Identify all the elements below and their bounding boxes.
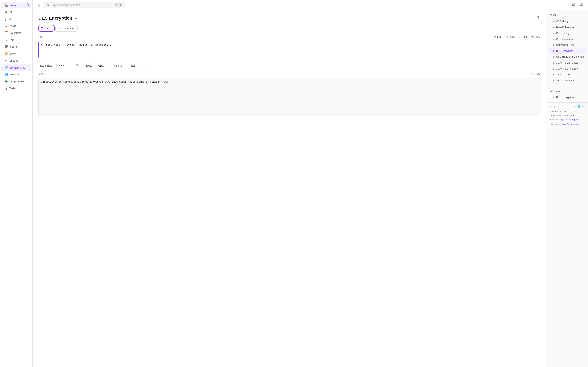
sidebar-item-yaml[interactable]: ≡ YAML (1, 23, 31, 29)
passphrase-input[interactable] (59, 64, 75, 67)
feedback-url[interactable]: https://github.com/... (561, 123, 581, 125)
sidebar-item-color[interactable]: 🎨 Color (1, 50, 31, 57)
sidebar-item-cryptography[interactable]: 🔗 Cryptography (1, 64, 31, 71)
right-panel-item-des-decryption[interactable]: ⊕ DES Decryption (548, 94, 587, 100)
svg-rect-9 (506, 36, 507, 36)
output-textarea[interactable]: U2FsdGVkX1+FZGwtqsxruC08DZIxRnU8TZ1XQSbM… (38, 78, 541, 117)
sidebar-label-text: Text (9, 38, 14, 42)
version-feedback-row: Feedback: https://github.com/... (550, 122, 586, 126)
programming-icon: 💻 (4, 80, 8, 83)
sidebar-toggle[interactable]: ⟨⟩ (26, 3, 29, 7)
settings-icon[interactable]: ⚙ (575, 105, 577, 108)
right-panel-item-cron-expression[interactable]: ⊕ Cron Expression (548, 36, 587, 42)
output-copy-button[interactable]: Copy (530, 72, 541, 76)
right-panel-item-css-minify[interactable]: ⊕ CSS Minify (548, 18, 587, 24)
passphrase-toggle-visibility[interactable] (76, 64, 79, 67)
tab-text[interactable]: Ꚍ Ti text (38, 25, 54, 32)
globe-icon[interactable]: 🌐 (578, 105, 581, 108)
padding-select-wrap[interactable]: Pkcs7 ZeroPadding NoPadding Iso97971 Ans… (127, 63, 150, 69)
page-title: DES Encryption (38, 16, 72, 21)
paste-button[interactable]: Paste (504, 35, 516, 39)
search-bar[interactable]: 🔍 Type keywords to search... ⌘ + K (44, 2, 125, 8)
right-panel-item-des-encryption[interactable]: ⊕ DES Encryption (548, 48, 587, 54)
svg-line-3 (573, 5, 574, 6)
network-icon: 🌐 (4, 73, 8, 76)
right-panel-all-section: ⊞ All ▾ ⊕ CSS Minify ⊕ Base91 Decode ⊕ C… (547, 10, 588, 86)
content-area: DES Encryption ★ Ꚍ Ti text 📄 document (33, 10, 588, 367)
tool-icon-base91: ⊕ (553, 26, 554, 29)
svg-point-5 (581, 4, 582, 5)
version-number: 1.0.1 (552, 105, 558, 108)
right-panel-item-sha3[interactable]: ⊕ SHA3_256 Hash (548, 78, 587, 83)
svg-point-1 (572, 4, 573, 5)
sidebar-item-text[interactable]: Ꚍ Text (1, 36, 31, 43)
tool-label-css-prettify: CSS Prettify (556, 32, 570, 35)
read-file-button[interactable]: Read file (487, 35, 503, 39)
tool-icon-des: ⊕ (553, 50, 554, 52)
svg-line-4 (573, 4, 574, 5)
input-textarea[interactable]: A Free, Modern Toolbox, Built for Develo… (38, 41, 541, 59)
tool-label-cron: Cron Expression (556, 38, 574, 41)
version-footer: ℹ 1.0.1 ⚙ 🌐 ✓ ▾ DES Encryption Published… (547, 103, 588, 129)
tool-label-css-transform: CSS Transform Generator (556, 55, 585, 58)
right-panel-item-json-dart[interactable]: ⊕ JSON To Dart Class (548, 60, 587, 66)
mode-select-wrap[interactable]: CBC ECB CFB OFB CTR (95, 63, 109, 69)
padding-select[interactable]: Pkcs7 ZeroPadding NoPadding Iso97971 Ans… (129, 64, 148, 67)
user-button[interactable] (578, 2, 585, 8)
web-icon: 🕸 (4, 87, 8, 90)
topbar-right (570, 2, 585, 8)
right-panel-all-header[interactable]: ⊞ All ▾ (547, 12, 588, 18)
sidebar-item-json[interactable]: { } JSON (1, 16, 31, 22)
sidebar-item-web[interactable]: 🕸 Web (1, 85, 31, 92)
right-panel-item-css-transform[interactable]: ⊕ CSS Transform Generator (548, 54, 587, 60)
sidebar-item-datetime[interactable]: 📅 Date/Time (1, 30, 31, 36)
share-button[interactable] (570, 2, 577, 8)
input-copy-button[interactable]: Copy (530, 35, 541, 39)
right-panel-related-section: 🔗 Related Tools ▾ ⊕ DES Decryption (547, 86, 588, 103)
right-panel-item-base91-decode[interactable]: ⊕ Base91 Decode (548, 25, 587, 30)
svg-point-2 (574, 6, 575, 6)
tab-document-icon: 📄 (58, 27, 62, 30)
read-file-label: Read file (492, 35, 502, 38)
panel-toggle-button[interactable] (535, 15, 541, 21)
svg-point-0 (574, 3, 575, 4)
main-wrapper: 🏠 🔍 Type keywords to search... ⌘ + K (33, 0, 588, 367)
sidebar-label-color: Color (9, 52, 16, 55)
version-row: ℹ 1.0.1 ⚙ 🌐 ✓ ▾ (550, 105, 586, 108)
sidebar-item-programming[interactable]: 💻 Programming (1, 78, 31, 85)
version-tool-link-row: Tool Link: https://t.he3app.co... (550, 118, 586, 122)
clear-button[interactable]: Clear (517, 35, 529, 39)
chevron-version-icon[interactable]: ▾ (584, 105, 586, 108)
tool-icon-json-php: ⊕ (553, 73, 554, 76)
sidebar-item-all[interactable]: ▦ All (1, 9, 31, 15)
right-panel-item-json-cpp[interactable]: ⊕ JSON To C++ Struct (548, 66, 587, 72)
tool-label-json-cpp: JSON To C++ Struct (556, 67, 579, 70)
info-icon: ℹ (550, 105, 551, 108)
tabs: Ꚍ Ti text 📄 document (38, 25, 541, 32)
right-panel-item-countdown-timer[interactable]: ⊕ Countdown Timer (548, 42, 587, 48)
passphrase-input-wrap (56, 63, 81, 69)
text-icon: Ꚍ (4, 38, 8, 42)
tool-label-base91: Base91 Decode (556, 26, 573, 29)
favorite-button[interactable]: ★ (74, 16, 78, 20)
all-icon: ▦ (4, 10, 8, 14)
search-icon: 🔍 (46, 3, 50, 7)
right-panel-related-header[interactable]: 🔗 Related Tools ▾ (547, 88, 588, 94)
home-button[interactable]: 🏠 (36, 2, 42, 8)
all-chevron-icon: ▾ (584, 14, 586, 17)
output-label: output (38, 73, 45, 75)
sidebar-item-image[interactable]: 🖼 Image (1, 43, 31, 50)
related-chevron-icon: ▾ (584, 90, 586, 92)
yaml-icon: ≡ (4, 24, 8, 27)
tool-label-des: DES Encryption (556, 50, 573, 52)
right-panel-item-json-php[interactable]: ⊕ JSON To PHP (548, 72, 587, 77)
feedback-label: Feedback: (550, 123, 560, 125)
tab-document[interactable]: 📄 document (55, 25, 78, 32)
tool-label-des-decryption: DES Decryption (556, 96, 573, 99)
sidebar-item-encode[interactable]: ⚙ Encode (1, 57, 31, 64)
tool-link-url[interactable]: https://t.he3app.co... (560, 118, 580, 121)
sidebar-item-network[interactable]: 🌐 Network (1, 71, 31, 78)
right-panel-item-css-prettify[interactable]: ⊕ CSS Prettify (548, 30, 587, 36)
image-icon: 🖼 (4, 45, 8, 48)
mode-select[interactable]: CBC ECB CFB OFB CTR (97, 64, 107, 67)
